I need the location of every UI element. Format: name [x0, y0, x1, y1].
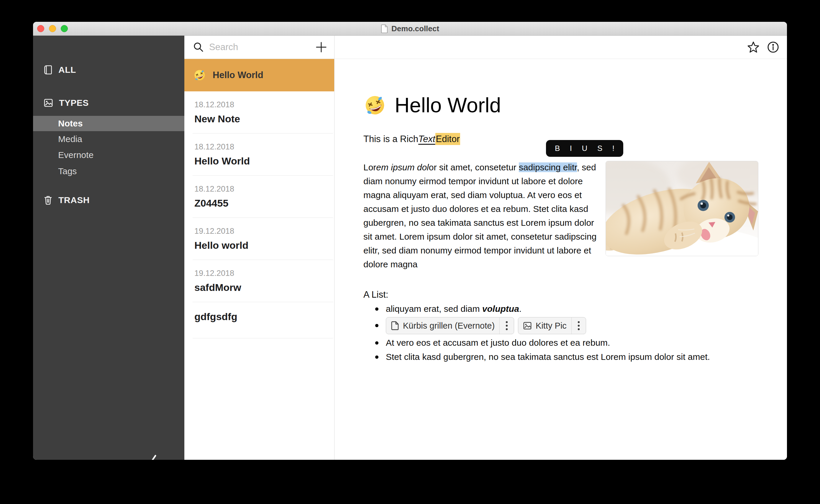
trash-icon — [44, 195, 52, 205]
bullet-list-section: A List: aliquyam erat, sed diam voluptua… — [363, 288, 710, 364]
add-note-button[interactable] — [315, 41, 327, 53]
sidebar: ALL TYPES Notes Media Evernote Tags TRAS… — [33, 35, 184, 460]
note-title: Z04455 — [194, 197, 333, 209]
list-item: aliquyam erat, sed diam voluptua. — [363, 302, 710, 316]
strikethrough-button[interactable]: S — [597, 144, 602, 153]
search-icon — [193, 42, 204, 52]
note-row[interactable]: 18.12.2018 Hello World — [192, 134, 333, 176]
note-row[interactable]: gdfgsdfg — [192, 302, 333, 338]
rofl-emoji-icon — [193, 69, 206, 82]
highlighted-text: Editor — [435, 133, 460, 145]
search-bar: Search — [184, 35, 334, 59]
sidebar-item-evernote[interactable]: Evernote — [58, 149, 93, 162]
document-icon — [391, 321, 399, 330]
sidebar-item-label: Evernote — [58, 150, 93, 160]
editor-toolbar — [335, 35, 787, 59]
exclaim-button[interactable]: ! — [612, 144, 614, 153]
close-window-button[interactable] — [37, 25, 44, 32]
plain-text: This is a Rich — [363, 134, 418, 144]
bold-italic-text: voluptua — [482, 304, 519, 314]
sidebar-item-label: ALL — [58, 65, 76, 75]
chip-label: Kitty Pic — [536, 321, 566, 331]
window-title-group: Demo.collect — [381, 22, 439, 35]
italic-button[interactable]: I — [570, 144, 572, 153]
notes-list-panel: Search Hello World 18.12.2018 New Note 1… — [184, 35, 335, 460]
selected-text: sadipscing elitr — [519, 162, 577, 172]
sidebar-item-trash[interactable]: TRASH — [44, 194, 90, 207]
plain-text: , sed diam nonumy eirmod tempor invidunt… — [363, 162, 596, 269]
minimize-window-button[interactable] — [49, 25, 56, 32]
favorite-star-button[interactable] — [747, 41, 760, 53]
plain-text: or sit amet, consetetur — [429, 162, 519, 172]
format-toolbar: B I U S ! — [546, 140, 623, 157]
underline-button[interactable]: U — [582, 144, 587, 153]
list-item: Stet clita kasd gubergren, no sea takima… — [363, 350, 710, 364]
note-date: 19.12.2018 — [194, 260, 333, 278]
sidebar-item-notes[interactable]: Notes — [33, 116, 184, 131]
sidebar-item-all[interactable]: ALL — [44, 63, 76, 76]
editor-panel[interactable]: Hello World This is a RichTextEditor B I… — [335, 35, 787, 460]
zoom-window-button[interactable] — [61, 25, 68, 32]
bold-button[interactable]: B — [555, 144, 560, 153]
plain-text: Lor — [363, 162, 376, 172]
plain-text: . — [519, 304, 521, 314]
sidebar-item-label: Tags — [58, 166, 77, 176]
note-title: Hello World — [213, 70, 264, 80]
image-icon — [44, 98, 53, 108]
kebab-menu-icon[interactable] — [500, 321, 514, 331]
note-title: safdMorw — [194, 282, 333, 293]
note-row[interactable]: 18.12.2018 New Note — [192, 91, 333, 134]
list-heading: A List: — [363, 288, 710, 302]
sidebar-item-label: Media — [58, 134, 82, 144]
italic-text: em ipsum dol — [376, 162, 429, 172]
list-item: At vero eos et accusam et justo duo dolo… — [363, 336, 710, 350]
italic-underline-text: Text — [418, 134, 435, 144]
note-row[interactable]: 18.12.2018 Z04455 — [192, 176, 333, 218]
note-title: New Note — [194, 113, 333, 125]
note-row[interactable]: 19.12.2018 safdMorw — [192, 260, 333, 302]
kitty-pic-image[interactable] — [605, 161, 758, 256]
body-paragraph: Lorem ipsum dolor sit amet, consetetur s… — [363, 160, 600, 271]
list-item-attachments: Kürbis grillen (Evernote) Kitty Pic — [363, 317, 710, 335]
sidebar-item-media[interactable]: Media — [58, 133, 82, 146]
note-date: 18.12.2018 — [194, 176, 333, 194]
document-title[interactable]: Hello World — [363, 92, 501, 118]
book-icon — [44, 65, 52, 75]
document-icon — [381, 24, 388, 33]
image-icon — [523, 321, 532, 330]
plain-text: aliquyam erat, sed diam — [386, 304, 482, 314]
window-title: Demo.collect — [391, 24, 439, 33]
search-input[interactable]: Search — [209, 42, 310, 52]
collapse-sidebar-button[interactable] — [149, 454, 157, 460]
sidebar-item-label: Notes — [58, 118, 83, 129]
sidebar-item-label: TYPES — [59, 98, 89, 108]
kebab-menu-icon[interactable] — [572, 321, 586, 331]
note-row-selected[interactable]: Hello World — [184, 59, 334, 91]
note-date: 19.12.2018 — [194, 218, 333, 236]
app-window: Demo.collect ALL TYPES Notes Media Evern… — [33, 22, 787, 460]
note-row[interactable]: 19.12.2018 Hello world — [192, 218, 333, 260]
note-date: 18.12.2018 — [194, 91, 333, 109]
title-bar: Demo.collect — [33, 22, 787, 36]
note-title: Hello world — [194, 240, 333, 251]
note-date: 18.12.2018 — [194, 134, 333, 151]
rich-text-line: This is a RichTextEditor — [363, 134, 460, 144]
traffic-lights — [37, 25, 68, 32]
rofl-emoji-icon — [363, 94, 386, 117]
note-title: Hello World — [194, 155, 333, 167]
info-button[interactable] — [767, 41, 779, 53]
evernote-attachment-chip[interactable]: Kürbis grillen (Evernote) — [386, 317, 514, 334]
sidebar-item-types[interactable]: TYPES — [44, 96, 89, 109]
kitten-photo — [606, 161, 758, 256]
sidebar-item-tags[interactable]: Tags — [58, 165, 77, 178]
kitty-pic-chip[interactable]: Kitty Pic — [518, 317, 586, 334]
chip-label: Kürbis grillen (Evernote) — [403, 321, 495, 331]
note-title: gdfgsdfg — [194, 302, 333, 322]
sidebar-item-label: TRASH — [58, 195, 90, 205]
document-title-text: Hello World — [395, 93, 501, 117]
